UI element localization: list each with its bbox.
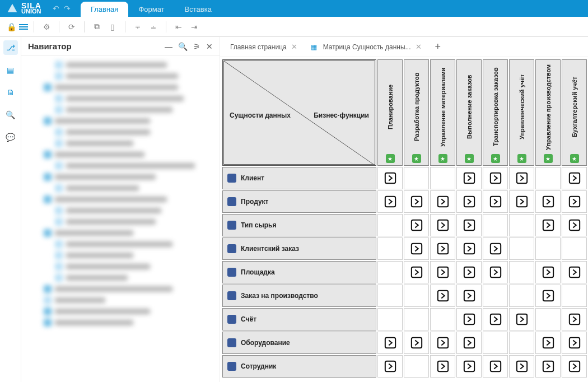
close-tab-icon[interactable]: ✕ bbox=[416, 43, 422, 51]
redo-icon[interactable]: ↷ bbox=[64, 4, 71, 13]
matrix-col-header[interactable]: Управленческий учёт★ bbox=[509, 59, 534, 166]
insert-right-icon[interactable]: ⇥ bbox=[188, 20, 201, 34]
matrix-cell[interactable] bbox=[562, 355, 587, 378]
paste-icon[interactable]: ▯ bbox=[106, 20, 119, 34]
matrix-row-header[interactable]: Клиент bbox=[222, 167, 376, 189]
add-tab-button[interactable]: + bbox=[430, 41, 447, 53]
matrix-cell[interactable] bbox=[483, 190, 508, 213]
matrix-cell[interactable] bbox=[535, 214, 561, 236]
matrix-cell[interactable] bbox=[404, 308, 429, 330]
insert-left-icon[interactable]: ⇤ bbox=[172, 20, 185, 34]
matrix-cell[interactable] bbox=[377, 261, 403, 283]
matrix-cell[interactable] bbox=[509, 167, 534, 189]
matrix-row-header[interactable]: Сотрудник bbox=[222, 355, 376, 378]
matrix-cell[interactable] bbox=[483, 308, 508, 330]
filter-icon[interactable]: ⚞ bbox=[193, 42, 200, 51]
matrix-cell[interactable] bbox=[456, 190, 482, 213]
matrix-cell[interactable] bbox=[430, 355, 455, 378]
matrix-cell[interactable] bbox=[404, 332, 429, 354]
search-icon[interactable]: 🔍 bbox=[3, 108, 18, 122]
matrix-cell[interactable] bbox=[509, 261, 534, 283]
matrix-cell[interactable] bbox=[483, 214, 508, 236]
menu-tab-format[interactable]: Формат bbox=[128, 2, 174, 17]
matrix-cell[interactable] bbox=[377, 355, 403, 378]
matrix-row-header[interactable]: Заказ на производство bbox=[222, 285, 376, 307]
matrix-cell[interactable] bbox=[456, 167, 482, 189]
matrix-cell[interactable] bbox=[377, 285, 403, 307]
matrix-cell[interactable] bbox=[562, 214, 587, 236]
refresh-icon[interactable]: ⟳ bbox=[65, 20, 78, 34]
matrix-cell[interactable] bbox=[483, 285, 508, 307]
matrix-cell[interactable] bbox=[404, 190, 429, 213]
matrix-cell[interactable] bbox=[535, 285, 561, 307]
matrix-cell[interactable] bbox=[509, 332, 534, 354]
matrix-cell[interactable] bbox=[404, 237, 429, 260]
matrix-cell[interactable] bbox=[483, 261, 508, 283]
matrix-cell[interactable] bbox=[509, 308, 534, 330]
matrix-col-header[interactable]: Выполнение заказов★ bbox=[456, 59, 482, 166]
matrix-cell[interactable] bbox=[535, 167, 561, 189]
matrix-cell[interactable] bbox=[456, 214, 482, 236]
structure-icon[interactable]: ▤ bbox=[3, 63, 18, 77]
matrix-cell[interactable] bbox=[535, 308, 561, 330]
matrix-cell[interactable] bbox=[483, 167, 508, 189]
gear-icon[interactable]: ⚙ bbox=[40, 20, 53, 34]
search-panel-icon[interactable]: 🔍 bbox=[178, 42, 188, 51]
matrix-col-header[interactable]: Транспортировка заказов★ bbox=[483, 59, 508, 166]
matrix-cell[interactable] bbox=[377, 167, 403, 189]
tree-icon[interactable]: ⎇ bbox=[3, 40, 18, 55]
matrix-col-header[interactable]: Управление материалами★ bbox=[430, 59, 455, 166]
matrix-col-header[interactable]: Планирование★ bbox=[377, 59, 403, 166]
matrix-cell[interactable] bbox=[562, 167, 587, 189]
menu-tab-insert[interactable]: Вставка bbox=[175, 2, 222, 17]
matrix-cell[interactable] bbox=[404, 214, 429, 236]
matrix-cell[interactable] bbox=[535, 261, 561, 283]
matrix-cell[interactable] bbox=[404, 355, 429, 378]
matrix-cell[interactable] bbox=[456, 332, 482, 354]
matrix-row-header[interactable]: Оборудование bbox=[222, 332, 376, 354]
matrix-cell[interactable] bbox=[483, 355, 508, 378]
matrix-cell[interactable] bbox=[456, 237, 482, 260]
matrix-cell[interactable] bbox=[562, 308, 587, 330]
matrix-row-header[interactable]: Клиентский заказ bbox=[222, 237, 376, 260]
matrix-cell[interactable] bbox=[377, 190, 403, 213]
matrix-cell[interactable] bbox=[509, 237, 534, 260]
undo-icon[interactable]: ↶ bbox=[53, 4, 59, 13]
matrix-cell[interactable] bbox=[509, 214, 534, 236]
navigator-tree[interactable] bbox=[21, 56, 220, 382]
matrix-cell[interactable] bbox=[377, 308, 403, 330]
matrix-cell[interactable] bbox=[562, 190, 587, 213]
matrix-cell[interactable] bbox=[430, 261, 455, 283]
align-bottom-icon[interactable]: ⫨ bbox=[147, 20, 160, 34]
matrix-cell[interactable] bbox=[430, 214, 455, 236]
matrix-cell[interactable] bbox=[430, 308, 455, 330]
matrix-cell[interactable] bbox=[377, 332, 403, 354]
document-icon[interactable]: 🗎 bbox=[3, 85, 18, 100]
matrix-cell[interactable] bbox=[456, 285, 482, 307]
matrix-cell[interactable] bbox=[562, 237, 587, 260]
matrix-cell[interactable] bbox=[377, 214, 403, 236]
matrix-cell[interactable] bbox=[483, 237, 508, 260]
matrix-cell[interactable] bbox=[456, 261, 482, 283]
matrix-cell[interactable] bbox=[562, 285, 587, 307]
matrix-cell[interactable] bbox=[535, 332, 561, 354]
matrix-row-header[interactable]: Продукт bbox=[222, 190, 376, 213]
matrix-row-header[interactable]: Площадка bbox=[222, 261, 376, 283]
matrix-cell[interactable] bbox=[509, 190, 534, 213]
matrix-cell[interactable] bbox=[456, 308, 482, 330]
minimize-icon[interactable]: — bbox=[165, 42, 172, 51]
matrix-cell[interactable] bbox=[430, 332, 455, 354]
doc-tab-home[interactable]: Главная страница ✕ bbox=[225, 39, 303, 54]
align-top-icon[interactable]: ⫧ bbox=[131, 20, 144, 34]
matrix-cell[interactable] bbox=[535, 355, 561, 378]
matrix-cell[interactable] bbox=[509, 285, 534, 307]
matrix-cell[interactable] bbox=[404, 261, 429, 283]
matrix-cell[interactable] bbox=[535, 190, 561, 213]
lock-icon[interactable]: 🔒 bbox=[4, 20, 18, 34]
matrix-cell[interactable] bbox=[430, 167, 455, 189]
matrix-row-header[interactable]: Счёт bbox=[222, 308, 376, 330]
close-panel-icon[interactable]: ✕ bbox=[206, 42, 213, 51]
menu-tab-main[interactable]: Главная bbox=[81, 2, 128, 17]
matrix-cell[interactable] bbox=[483, 332, 508, 354]
matrix-col-header[interactable]: Управление производством★ bbox=[535, 59, 561, 166]
